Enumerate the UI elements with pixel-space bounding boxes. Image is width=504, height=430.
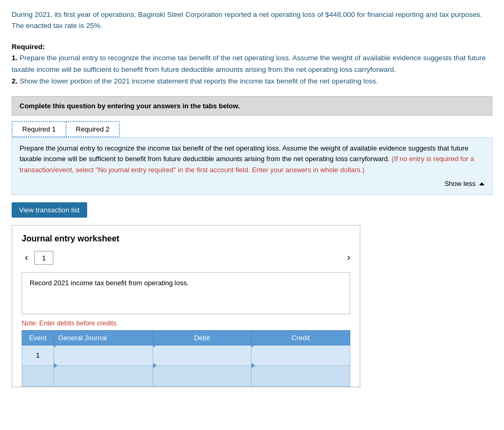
row1-credit-input[interactable] — [251, 349, 350, 369]
row1-debit-arrow — [153, 342, 157, 348]
instruction-box: Prepare the journal entry to recognize t… — [12, 137, 492, 195]
record-text: Record 2021 income tax benefit from oper… — [30, 279, 189, 287]
row2-journal-arrow — [54, 363, 58, 368]
intro-paragraph: During 2021, its first year of operation… — [12, 10, 492, 32]
col-credit-header: Credit — [251, 330, 350, 345]
row2-debit-arrow — [153, 363, 157, 368]
show-less-button[interactable]: Show less — [444, 180, 484, 188]
show-less-icon — [479, 182, 484, 185]
show-less-label: Show less — [444, 180, 475, 188]
tabs-container: Required 1 Required 2 — [12, 121, 120, 137]
row1-debit-cell[interactable] — [153, 345, 251, 366]
row2-event-cell — [22, 366, 54, 386]
item1-prefix: 1. — [12, 54, 17, 62]
table-row: 1 — [22, 345, 350, 366]
record-description-box: Record 2021 income tax benefit from oper… — [22, 272, 350, 314]
row2-debit-input[interactable] — [153, 370, 251, 390]
row2-credit-input[interactable] — [251, 370, 350, 390]
row1-credit-arrow — [251, 342, 255, 348]
item2-text: Show the lower portion of the 2021 incom… — [17, 77, 378, 85]
row1-credit-cell[interactable] — [251, 345, 350, 366]
show-less-container: Show less — [20, 179, 484, 189]
view-transaction-button[interactable]: View transaction list — [12, 202, 87, 218]
tab-required-1[interactable]: Required 1 — [13, 122, 67, 136]
page-number-box: 1 — [34, 251, 53, 265]
journal-table: Event General Journal Debit Credit 1 — [22, 330, 350, 387]
worksheet-container: Journal entry worksheet ‹ 1 › Record 202… — [12, 225, 360, 387]
nav-previous-button[interactable]: ‹ — [22, 251, 31, 264]
nav-row: ‹ 1 › — [22, 251, 350, 265]
nav-next-button[interactable]: › — [347, 252, 350, 263]
tabs-wrapper: Required 1 Required 2 — [12, 116, 492, 137]
required-label: Required: — [12, 43, 45, 51]
row1-debit-input[interactable] — [153, 349, 251, 369]
complete-box-text: Complete this question by entering your … — [20, 102, 240, 110]
row1-general-journal-cell[interactable] — [54, 345, 153, 366]
row2-credit-arrow — [251, 363, 255, 368]
item1-text: Prepare the journal entry to recognize t… — [12, 54, 486, 73]
item2-prefix: 2. — [12, 77, 17, 85]
col-event-header: Event — [22, 330, 54, 345]
row1-general-journal-input[interactable] — [54, 349, 153, 369]
complete-box: Complete this question by entering your … — [12, 96, 492, 116]
tab-required-2[interactable]: Required 2 — [67, 122, 119, 136]
row1-journal-arrow — [54, 342, 58, 348]
required-section: Required: 1. Prepare the journal entry t… — [12, 41, 492, 87]
row1-event-cell: 1 — [22, 345, 54, 366]
worksheet-title: Journal entry worksheet — [22, 234, 350, 244]
row2-general-journal-input[interactable] — [54, 370, 153, 390]
col-general-journal-header: General Journal — [54, 330, 153, 345]
col-debit-header: Debit — [153, 330, 251, 345]
note-text: Note: Enter debits before credits. — [22, 320, 350, 327]
